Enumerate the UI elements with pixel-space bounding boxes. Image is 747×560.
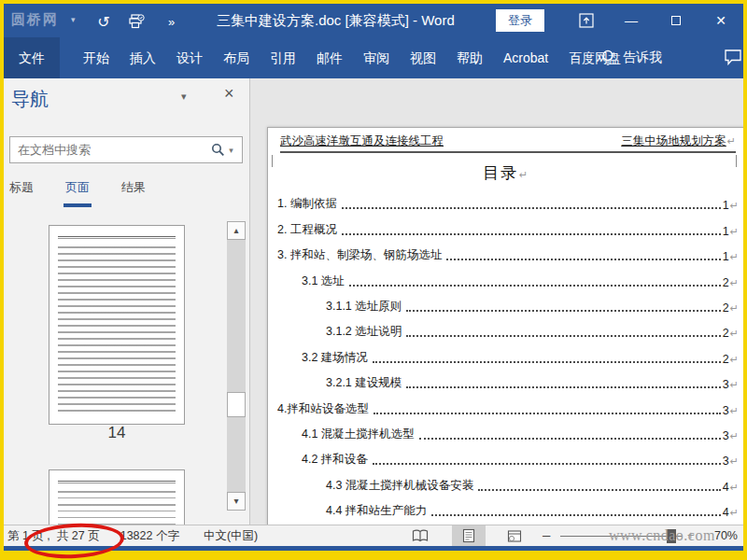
search-box: ▾ xyxy=(9,136,243,163)
scrollbar-up-button[interactable]: ▴ xyxy=(227,221,246,240)
print-preview-button[interactable] xyxy=(126,12,147,31)
logo-dropdown-icon: ▾ xyxy=(71,15,76,24)
paragraph-mark: ↵ xyxy=(730,455,739,468)
toc-entry[interactable]: 4.1 混凝土搅拌机选型3↵ xyxy=(277,417,739,442)
toc-entry-label: 4.2 拌和设备 xyxy=(302,452,368,468)
paragraph-mark: ↵ xyxy=(519,169,529,180)
thumbnail-scrollbar[interactable]: ▴ ▾ xyxy=(227,221,246,511)
toc-leader-dots xyxy=(478,489,720,491)
toc-entry[interactable]: 4.2 拌和设备3↵ xyxy=(277,442,739,468)
ribbon-display-options-button[interactable] xyxy=(564,4,609,37)
quick-access-more-button[interactable]: » xyxy=(161,12,181,31)
toc-entry[interactable]: 3.1.2 选址说明2↵ xyxy=(277,315,739,340)
navigation-pane-title: 导航 xyxy=(11,87,49,112)
read-mode-icon xyxy=(412,529,429,542)
page-header-right: 三集中场地规划方案 xyxy=(621,134,726,147)
nav-tab-0[interactable]: 标题 xyxy=(7,177,35,207)
toc-entry[interactable]: 2. 工程概况1↵ xyxy=(277,212,739,237)
toc-entry[interactable]: 4.拌和站设备选型3↵ xyxy=(277,391,739,416)
toc-entry[interactable]: 1. 编制依据1↵ xyxy=(277,187,739,212)
word-count-status[interactable]: 13822 个字 xyxy=(120,528,179,544)
toc-leader-dots xyxy=(374,413,721,414)
ribbon-tab-bar: 文件开始插入设计布局引用邮件审阅视图帮助Acrobat百度网盘 告诉我 xyxy=(4,37,743,78)
document-page[interactable]: 武沙高速洋墩互通及连接线工程 三集中场地规划方案↵ 目录↵ 1. 编制依据1↵2… xyxy=(267,127,743,525)
scroll-down-icon: ▾ xyxy=(233,496,238,506)
ribbon-tab-1[interactable]: 开始 xyxy=(73,37,120,78)
undo-button[interactable]: ↺ xyxy=(93,12,114,31)
window-controls: — ✕ xyxy=(564,4,743,37)
minimize-button[interactable]: — xyxy=(609,4,654,37)
toc-entry-label: 4.1 混凝土搅拌机选型 xyxy=(302,427,415,442)
toc-entry-label: 3.1.1 选址原则 xyxy=(326,299,402,315)
toc-page-number: 3 xyxy=(723,378,729,391)
sign-in-button[interactable]: 登录 xyxy=(496,9,544,32)
toc-leader-dots xyxy=(342,207,721,209)
thumbnail-page-number: 14 xyxy=(49,424,185,442)
web-layout-button[interactable] xyxy=(500,525,529,546)
paragraph-mark: ↵ xyxy=(730,405,739,417)
toc-leader-dots xyxy=(342,233,721,235)
toc-entry-label: 3.2 建场情况 xyxy=(302,350,368,366)
site-watermark: www.cndao.com xyxy=(609,527,715,544)
toc-leader-dots xyxy=(406,310,721,312)
ribbon-tab-10[interactable]: Acrobat xyxy=(493,37,558,78)
toc-entry-label: 3. 拌和站、制梁场、钢筋场选址 xyxy=(277,247,442,263)
language-status[interactable]: 中文(中国) xyxy=(204,528,258,544)
navigation-pane: 导航 ▾ × ▾ 标题页面结果 14 ▴ xyxy=(4,78,250,525)
toc-entry[interactable]: 4.3 混凝土搅拌机械设备安装4↵ xyxy=(277,468,739,493)
ribbon-tab-0[interactable]: 文件 xyxy=(4,37,60,78)
ribbon-tab-6[interactable]: 邮件 xyxy=(306,37,353,78)
chevron-down-icon: ▾ xyxy=(229,146,233,155)
nav-tab-list: 标题页面结果 xyxy=(7,177,148,207)
ribbon-tab-8[interactable]: 视图 xyxy=(400,37,446,78)
search-input[interactable] xyxy=(10,143,203,157)
toc-entry[interactable]: 3.1 选址2↵ xyxy=(277,263,739,288)
toc-entry-label: 4.4 拌和站生产能力 xyxy=(326,503,427,519)
toc-entry[interactable]: 3.2 建场情况2↵ xyxy=(277,340,739,365)
toc-page-number: 1 xyxy=(723,250,729,263)
toc-entry-label: 4.3 混凝土搅拌机械设备安装 xyxy=(326,478,473,494)
more-icon: » xyxy=(168,15,174,29)
page-header-left: 武沙高速洋墩互通及连接线工程 xyxy=(280,133,444,149)
scrollbar-down-button[interactable]: ▾ xyxy=(227,492,246,511)
print-layout-button[interactable] xyxy=(452,525,486,546)
close-button[interactable]: ✕ xyxy=(698,4,743,37)
nav-options-button[interactable]: ▾ xyxy=(181,91,187,103)
toc-list: 1. 编制依据1↵2. 工程概况1↵3. 拌和站、制梁场、钢筋场选址1↵3.1 … xyxy=(277,187,739,519)
toc-entry[interactable]: 4.4 拌和站生产能力4↵ xyxy=(277,494,739,519)
close-icon: × xyxy=(224,84,234,103)
toc-leader-dots xyxy=(419,438,721,440)
toc-entry[interactable]: 3. 拌和站、制梁场、钢筋场选址1↵ xyxy=(277,238,739,263)
toc-entry[interactable]: 3.1.1 选址原则2↵ xyxy=(277,289,739,315)
search-button[interactable]: ▾ xyxy=(203,143,242,157)
tell-me-button[interactable]: 告诉我 xyxy=(601,37,662,78)
zoom-out-button[interactable]: – xyxy=(543,526,550,542)
scrollbar-thumb[interactable] xyxy=(227,392,246,417)
nav-tab-2[interactable]: 结果 xyxy=(120,177,148,207)
ribbon-tab-5[interactable]: 引用 xyxy=(260,37,306,78)
paragraph-mark: ↵ xyxy=(730,430,739,442)
zoom-out-icon: – xyxy=(543,526,550,542)
toc-page-number: 3 xyxy=(723,455,729,468)
ribbon-tab-7[interactable]: 审阅 xyxy=(353,37,400,78)
nav-tab-1[interactable]: 页面 xyxy=(63,177,92,207)
paragraph-mark: ↵ xyxy=(730,200,739,212)
ribbon-tab-4[interactable]: 布局 xyxy=(213,37,260,78)
ribbon-tab-3[interactable]: 设计 xyxy=(166,37,213,78)
page-thumbnail[interactable] xyxy=(49,469,185,525)
read-mode-button[interactable] xyxy=(405,525,435,546)
nav-close-button[interactable]: × xyxy=(224,84,234,104)
zoom-level[interactable]: 70% xyxy=(714,529,738,542)
ribbon-tab-9[interactable]: 帮助 xyxy=(446,37,493,78)
maximize-button[interactable] xyxy=(654,4,698,37)
ribbon-tab-2[interactable]: 插入 xyxy=(120,37,166,78)
feedback-button[interactable] xyxy=(725,49,741,69)
site-logo-watermark: 圆桥网 xyxy=(11,11,59,29)
paragraph-mark: ↵ xyxy=(730,277,739,289)
page-thumbnail[interactable] xyxy=(49,225,185,425)
minimize-icon: — xyxy=(625,13,638,28)
toc-entry[interactable]: 3.2.1 建设规模3↵ xyxy=(277,366,739,391)
close-icon: ✕ xyxy=(715,13,726,28)
toc-entry-label: 3.1 选址 xyxy=(302,273,345,289)
undo-icon: ↺ xyxy=(97,13,109,31)
